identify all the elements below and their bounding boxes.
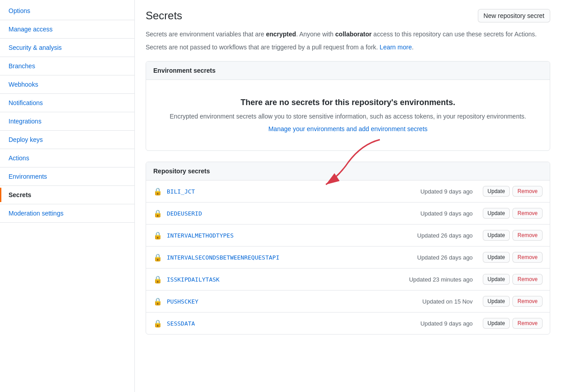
secret-updated: Updated 26 days ago: [417, 254, 473, 261]
sidebar-item-label-integrations: Integrations: [9, 118, 41, 125]
sidebar-item-label-environments: Environments: [9, 173, 47, 180]
update-button[interactable]: Update: [483, 296, 510, 307]
secret-row: 🔒SESSDATAUpdated 9 days agoUpdateRemove: [146, 313, 550, 334]
sidebar-item-label-security-analysis: Security & analysis: [9, 44, 62, 51]
learn-more-link[interactable]: Learn more: [380, 44, 412, 51]
sidebar-divider: [0, 38, 134, 39]
sidebar-item-label-notifications: Notifications: [9, 99, 43, 106]
sidebar-item-label-branches: Branches: [9, 62, 35, 70]
secret-row: 🔒PUSHSCKEYUpdated on 15 NovUpdateRemove: [146, 291, 550, 313]
secret-row: 🔒INTERVALMETHODTYPESUpdated 26 days agoU…: [146, 225, 550, 247]
lock-icon: 🔒: [153, 209, 162, 218]
desc2-prefix: Secrets are not passed to workflows that…: [146, 44, 380, 51]
secret-updated: Updated 9 days ago: [420, 210, 472, 217]
remove-button[interactable]: Remove: [512, 230, 543, 241]
secret-name[interactable]: SESSDATA: [167, 320, 420, 327]
new-repository-secret-button[interactable]: New repository secret: [478, 9, 550, 22]
environment-secrets-empty: There are no secrets for this repository…: [146, 80, 550, 150]
sidebar-item-actions[interactable]: Actions: [0, 151, 134, 165]
update-button[interactable]: Update: [483, 230, 510, 241]
manage-environments-link[interactable]: Manage your environments and add environ…: [268, 125, 427, 132]
secrets-list: 🔒BILI_JCTUpdated 9 days agoUpdateRemove🔒…: [146, 181, 550, 334]
desc1-bold2: collaborator: [335, 31, 372, 38]
update-button[interactable]: Update: [483, 208, 510, 219]
lock-icon: 🔒: [153, 231, 162, 240]
sidebar-item-label-options: Options: [9, 7, 30, 14]
sidebar-item-moderation-settings[interactable]: Moderation settings: [0, 206, 134, 220]
desc1-prefix: Secrets are environment variables that a…: [146, 31, 266, 38]
page-title: Secrets: [146, 9, 182, 22]
remove-button[interactable]: Remove: [512, 274, 543, 285]
sidebar-divider: [0, 167, 134, 167]
secret-updated: Updated 26 days ago: [417, 232, 473, 239]
desc2-suffix: .: [412, 44, 414, 51]
description-line1: Secrets are environment variables that a…: [146, 30, 550, 39]
sidebar-item-environments[interactable]: Environments: [0, 169, 134, 184]
update-button[interactable]: Update: [483, 252, 510, 263]
lock-icon: 🔒: [153, 275, 162, 284]
secret-name[interactable]: INTERVALMETHODTYPES: [167, 232, 417, 239]
lock-icon: 🔒: [153, 187, 162, 196]
sidebar-item-label-actions: Actions: [9, 154, 29, 162]
secret-row: 🔒ISSKIPDAILYTASKUpdated 23 minutes agoUp…: [146, 269, 550, 291]
remove-button[interactable]: Remove: [512, 186, 543, 197]
sidebar-item-notifications[interactable]: Notifications: [0, 96, 134, 110]
sidebar-item-branches[interactable]: Branches: [0, 59, 134, 73]
desc1-middle: . Anyone with: [296, 31, 335, 38]
secret-updated: Updated 9 days ago: [420, 188, 472, 195]
sidebar-item-deploy-keys[interactable]: Deploy keys: [0, 132, 134, 147]
sidebar-item-label-manage-access: Manage access: [9, 26, 53, 33]
sidebar-item-label-deploy-keys: Deploy keys: [9, 136, 43, 143]
lock-icon: 🔒: [153, 319, 162, 328]
sidebar-divider: [0, 204, 134, 204]
sidebar-divider: [0, 185, 134, 186]
repository-secrets-header: Repository secrets: [146, 162, 550, 181]
sidebar-divider: [0, 57, 134, 57]
secret-name[interactable]: BILI_JCT: [167, 188, 420, 195]
sidebar-divider: [0, 149, 134, 149]
remove-button[interactable]: Remove: [512, 208, 543, 219]
sidebar-divider: [0, 93, 134, 94]
empty-title: There are no secrets for this repository…: [155, 98, 541, 107]
sidebar-item-manage-access[interactable]: Manage access: [0, 22, 134, 36]
repository-secrets-section: Repository secrets 🔒BILI_JCTUpdated 9 da…: [146, 162, 550, 335]
update-button[interactable]: Update: [483, 318, 510, 329]
sidebar-divider: [0, 130, 134, 131]
sidebar-item-integrations[interactable]: Integrations: [0, 114, 134, 128]
sidebar-divider: [0, 112, 134, 112]
remove-button[interactable]: Remove: [512, 296, 543, 307]
secret-name[interactable]: PUSHSCKEY: [167, 298, 423, 305]
sidebar-item-security-analysis[interactable]: Security & analysis: [0, 40, 134, 55]
remove-button[interactable]: Remove: [512, 252, 543, 263]
secret-updated: Updated 9 days ago: [420, 320, 472, 327]
secret-name[interactable]: INTERVALSECONDSBETWEENREQUESTAPI: [167, 254, 417, 261]
page-header: Secrets New repository secret: [146, 9, 550, 22]
secret-row: 🔒INTERVALSECONDSBETWEENREQUESTAPIUpdated…: [146, 247, 550, 269]
desc1-suffix: access to this repository can use these …: [372, 31, 537, 38]
sidebar-item-label-webhooks: Webhooks: [9, 81, 38, 88]
lock-icon: 🔒: [153, 297, 162, 306]
secret-name[interactable]: DEDEUSERID: [167, 210, 420, 217]
sidebar-item-label-secrets: Secrets: [9, 191, 31, 198]
sidebar-item-webhooks[interactable]: Webhooks: [0, 77, 134, 92]
update-button[interactable]: Update: [483, 274, 510, 285]
secret-row: 🔒BILI_JCTUpdated 9 days agoUpdateRemove: [146, 181, 550, 203]
sidebar-divider: [0, 222, 134, 223]
description-line2: Secrets are not passed to workflows that…: [146, 43, 550, 52]
secret-updated: Updated 23 minutes ago: [409, 276, 473, 283]
sidebar-item-label-moderation-settings: Moderation settings: [9, 210, 63, 217]
sidebar-divider: [0, 20, 134, 20]
secret-updated: Updated on 15 Nov: [423, 298, 473, 305]
sidebar: OptionsManage accessSecurity & analysisB…: [0, 0, 135, 392]
main-content: Secrets New repository secret Secrets ar…: [135, 0, 561, 392]
desc1-bold1: encrypted: [266, 31, 296, 38]
environment-secrets-header: Environment secrets: [146, 62, 550, 80]
environment-secrets-section: Environment secrets There are no secrets…: [146, 61, 550, 151]
secret-name[interactable]: ISSKIPDAILYTASK: [167, 276, 409, 283]
sidebar-item-options[interactable]: Options: [0, 4, 134, 18]
update-button[interactable]: Update: [483, 186, 510, 197]
sidebar-item-secrets[interactable]: Secrets: [0, 188, 134, 202]
secret-row: 🔒DEDEUSERIDUpdated 9 days agoUpdateRemov…: [146, 203, 550, 225]
remove-button[interactable]: Remove: [512, 318, 543, 329]
lock-icon: 🔒: [153, 253, 162, 262]
